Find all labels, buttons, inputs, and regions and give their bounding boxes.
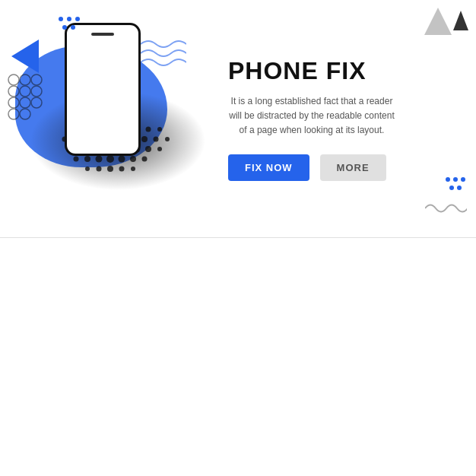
phone-device-illustration (65, 23, 141, 156)
blue-dots-bottom (444, 176, 467, 195)
banner1-title: PHONE FIX (228, 57, 366, 85)
svg-point-49 (20, 75, 30, 85)
svg-marker-46 (453, 11, 468, 30)
svg-point-28 (157, 147, 162, 151)
svg-point-63 (457, 186, 462, 190)
svg-point-60 (453, 177, 458, 182)
svg-point-61 (461, 177, 465, 182)
svg-point-38 (107, 166, 113, 172)
svg-point-51 (8, 86, 19, 97)
svg-point-30 (84, 156, 90, 162)
svg-point-39 (119, 167, 125, 172)
svg-point-37 (97, 167, 102, 172)
svg-point-45 (71, 25, 75, 30)
svg-point-19 (165, 137, 170, 141)
svg-point-48 (8, 75, 19, 85)
svg-point-27 (145, 146, 151, 152)
svg-point-40 (131, 167, 135, 171)
svg-point-43 (75, 17, 80, 21)
svg-point-35 (142, 157, 148, 162)
svg-marker-47 (424, 8, 452, 35)
svg-point-41 (59, 17, 63, 21)
phone-top-dots (57, 15, 87, 37)
wavy-bottom-right-1 (425, 202, 467, 218)
banner1-more-button[interactable]: MORE (320, 154, 386, 181)
svg-point-17 (141, 136, 148, 142)
svg-point-54 (8, 97, 19, 108)
svg-point-18 (154, 137, 159, 142)
svg-point-29 (74, 157, 79, 162)
banner1-fix-now-button[interactable]: FIX NOW (228, 154, 309, 181)
gray-triangle-top (424, 8, 452, 38)
svg-point-8 (146, 127, 151, 132)
svg-point-62 (449, 186, 454, 190)
dark-triangle-top (453, 11, 468, 33)
svg-point-31 (96, 156, 103, 163)
blue-arrow-left (11, 40, 39, 73)
svg-point-57 (8, 109, 19, 119)
banner-phone-fix: PHONE FIX It is a long established fact … (0, 0, 476, 238)
svg-point-36 (85, 167, 90, 171)
wavy-lines-1 (141, 38, 186, 75)
svg-point-9 (157, 127, 162, 132)
banner1-description: It is a long established fact that a rea… (228, 94, 395, 138)
svg-point-42 (67, 17, 71, 21)
svg-point-33 (119, 156, 125, 163)
svg-point-32 (106, 155, 114, 163)
svg-point-59 (446, 177, 450, 182)
svg-point-50 (31, 75, 42, 85)
banner1-buttons: FIX NOW MORE (228, 154, 386, 181)
svg-point-34 (130, 156, 136, 162)
svg-point-44 (62, 25, 67, 30)
